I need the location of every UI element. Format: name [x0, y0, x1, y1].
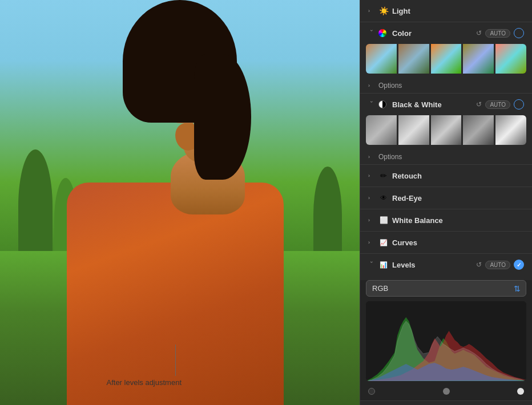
section-wb: › ⬜ White Balance [360, 209, 532, 232]
right-panel: › ☀️ Light › Color ↺ AUTO [360, 0, 532, 405]
color-preset-1[interactable] [366, 44, 397, 74]
chevron-bw-options: › [368, 154, 375, 160]
section-bw-header[interactable]: › Black & White ↺ AUTO [360, 94, 532, 115]
bw-preset-3[interactable] [431, 115, 462, 145]
section-levels-header[interactable]: › 📊 Levels ↺ AUTO [360, 254, 532, 276]
photo-area: After levels adjustment [0, 0, 360, 405]
levels-icon: 📊 [378, 261, 389, 269]
section-redeye-header[interactable]: › 👁 Red-Eye [360, 187, 532, 209]
color-preset-2[interactable] [398, 44, 429, 74]
section-color-header[interactable]: › Color ↺ AUTO [360, 22, 532, 44]
bw-options-label: Options [378, 153, 402, 161]
chevron-bw: › [369, 101, 374, 108]
main-layout: After levels adjustment › ☀️ Light › Col… [0, 0, 532, 405]
levels-enable-button[interactable] [514, 260, 524, 270]
light-icon: ☀️ [378, 6, 389, 15]
color-controls: ↺ AUTO [476, 28, 524, 38]
caption-container: After levels adjustment [106, 345, 182, 387]
rgb-channel-select[interactable]: RGB Red Green Blue Luminance [366, 280, 526, 297]
bw-preset-1[interactable] [366, 115, 397, 145]
color-preset-4[interactable] [463, 44, 494, 74]
levels-white-point-handle[interactable] [517, 388, 524, 395]
wb-icon: ⬜ [378, 216, 389, 224]
caption-line [175, 345, 176, 376]
section-retouch: › ✏ Retouch [360, 165, 532, 187]
bw-options-row[interactable]: › Options [360, 149, 532, 164]
color-circle-icon [378, 29, 386, 37]
section-redeye: › 👁 Red-Eye [360, 187, 532, 209]
retouch-icon: ✏ [378, 171, 389, 180]
bw-preset-4[interactable] [463, 115, 494, 145]
section-light-title: Light [392, 7, 524, 15]
chevron-color-options: › [368, 83, 375, 88]
levels-reset-button[interactable]: ↺ [476, 261, 482, 269]
section-wb-title: White Balance [392, 216, 524, 225]
caption-text: After levels adjustment [106, 378, 182, 387]
bw-presets-strip [366, 115, 526, 145]
section-curves-title: Curves [392, 238, 524, 247]
color-options-row[interactable]: › Options [360, 78, 532, 93]
color-reset-button[interactable]: ↺ [476, 29, 482, 37]
levels-controls: ↺ AUTO [476, 260, 524, 270]
bw-enable-button[interactable] [514, 99, 524, 110]
section-curves-header[interactable]: › 📈 Curves [360, 232, 532, 253]
redeye-icon: 👁 [378, 194, 389, 202]
histogram-svg [366, 301, 526, 381]
section-retouch-title: Retouch [392, 172, 524, 180]
rgb-select-wrapper: RGB Red Green Blue Luminance ⇅ [366, 280, 526, 297]
bw-auto-button[interactable]: AUTO [485, 100, 510, 109]
section-light: › ☀️ Light [360, 0, 532, 22]
woman-hair-side [194, 54, 251, 180]
levels-auto-button[interactable]: AUTO [485, 261, 510, 269]
bw-reset-button[interactable]: ↺ [476, 100, 482, 108]
section-retouch-header[interactable]: › ✏ Retouch [360, 165, 532, 187]
color-enable-button[interactable] [514, 28, 524, 38]
section-color: › Color ↺ AUTO › Options [360, 22, 532, 94]
section-levels-title: Levels [392, 261, 473, 269]
section-redeye-title: Red-Eye [392, 194, 524, 202]
tree-1 [18, 149, 53, 264]
chevron-levels: › [369, 261, 374, 268]
half-moon-icon [378, 100, 386, 108]
section-bw: › Black & White ↺ AUTO › Option [360, 94, 532, 165]
section-levels: › 📊 Levels ↺ AUTO RGB Red Green Blu [360, 254, 532, 401]
chevron-redeye: › [368, 195, 375, 201]
section-light-header[interactable]: › ☀️ Light [360, 0, 532, 22]
chevron-light: › [368, 8, 375, 14]
curves-icon: 📈 [378, 239, 389, 246]
section-color-title: Color [392, 29, 473, 38]
bw-controls: ↺ AUTO [476, 99, 524, 110]
tree-3 [313, 167, 342, 264]
levels-midpoint-handle[interactable] [443, 388, 450, 395]
color-auto-button[interactable]: AUTO [485, 29, 510, 38]
histogram-sliders [360, 386, 532, 400]
chevron-retouch: › [368, 173, 375, 179]
chevron-wb: › [368, 217, 375, 223]
color-presets-strip [366, 44, 526, 74]
color-options-label: Options [378, 82, 402, 90]
levels-black-point-handle[interactable] [368, 388, 375, 395]
color-preset-3[interactable] [431, 44, 462, 74]
section-wb-header[interactable]: › ⬜ White Balance [360, 209, 532, 231]
woman-hair [123, 0, 237, 123]
histogram-area [366, 301, 526, 381]
color-preset-5[interactable] [495, 44, 526, 74]
bw-preset-5[interactable] [495, 115, 526, 145]
section-curves: › 📈 Curves [360, 232, 532, 254]
levels-content: RGB Red Green Blue Luminance ⇅ [360, 280, 532, 400]
bw-preset-2[interactable] [398, 115, 429, 145]
section-bw-title: Black & White [392, 100, 473, 109]
chevron-curves: › [368, 240, 375, 245]
chevron-color: › [369, 30, 374, 37]
